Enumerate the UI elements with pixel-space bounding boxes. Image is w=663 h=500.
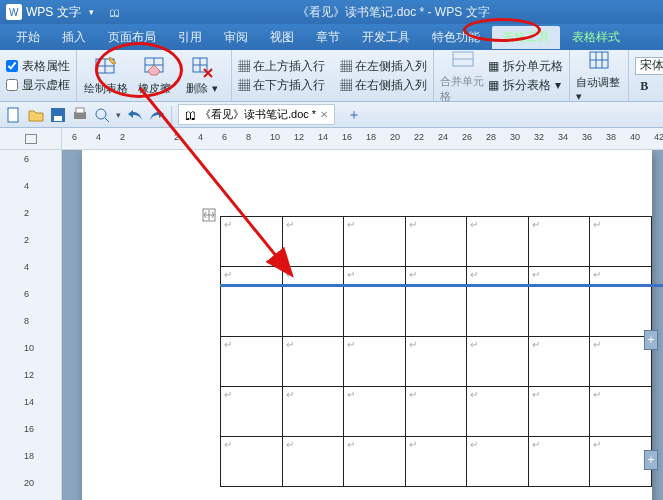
- check-show-grid[interactable]: 显示虚框: [6, 77, 70, 94]
- app-logo: W WPS 文字 ▾: [0, 4, 110, 21]
- table-cell[interactable]: ↵: [221, 337, 283, 387]
- open-icon[interactable]: [28, 107, 44, 123]
- preview-icon[interactable]: [94, 107, 110, 123]
- group-autofit: 自动调整 ▾: [570, 50, 629, 101]
- workspace: 6422468101214161820 ↵↵↵↵↵↵↵↵↵↵↵↵↵↵↵↵↵↵↵↵…: [0, 150, 663, 500]
- ruler-row: 6422468101214161820222426283032343638404…: [0, 128, 663, 150]
- table-cell[interactable]: ↵: [528, 267, 590, 337]
- table-cell[interactable]: ↵: [344, 437, 406, 487]
- vertical-ruler[interactable]: 6422468101214161820: [0, 150, 62, 500]
- table-cell[interactable]: ↵: [528, 437, 590, 487]
- merge-cells-button[interactable]: 合并单元格: [440, 48, 486, 104]
- tab-table-tools[interactable]: 表格工具: [492, 26, 560, 49]
- row-insert-handle[interactable]: +: [644, 330, 658, 350]
- app-menu-chevron-icon[interactable]: ▾: [89, 7, 94, 17]
- split-table-button[interactable]: ▦ 拆分表格 ▾: [488, 77, 563, 94]
- tab-table-style[interactable]: 表格样式: [562, 26, 630, 49]
- table-cell[interactable]: ↵: [528, 387, 590, 437]
- table-cell[interactable]: ↵: [467, 437, 529, 487]
- table-cell[interactable]: ↵: [405, 267, 467, 337]
- autofit-icon: [586, 49, 612, 73]
- tab-ref[interactable]: 引用: [168, 26, 212, 49]
- table-cell[interactable]: ↵: [221, 387, 283, 437]
- table-cell[interactable]: ↵: [282, 387, 344, 437]
- table-cell[interactable]: ↵: [528, 337, 590, 387]
- ribbon: 表格属性 显示虚框 绘制表格 橡皮擦 删除 ▾ ▦ 在上方插入行 ▦ 在左侧插入…: [0, 50, 663, 102]
- tabstop-icon[interactable]: [25, 134, 37, 144]
- row-insert-handle[interactable]: +: [644, 450, 658, 470]
- new-icon[interactable]: [6, 107, 22, 123]
- menu-bar: 开始 插入 页面布局 引用 审阅 视图 章节 开发工具 特色功能 表格工具 表格…: [0, 24, 663, 50]
- table-cell[interactable]: ↵: [344, 337, 406, 387]
- table-cell[interactable]: ↵: [344, 267, 406, 337]
- table-cell[interactable]: ↵: [467, 337, 529, 387]
- qat-chevron-icon[interactable]: ▾: [116, 110, 121, 120]
- app-name: WPS 文字: [26, 4, 81, 21]
- table-cell[interactable]: ↵: [528, 217, 590, 267]
- quick-access-bar: ▾ 🕮 《看见》读书笔记.doc * ✕ ＋: [0, 102, 663, 128]
- table-cell[interactable]: ↵: [405, 437, 467, 487]
- table-row[interactable]: ↵↵↵↵↵↵↵: [221, 337, 652, 387]
- insert-col-left-button[interactable]: ▦ 在左侧插入列: [340, 58, 427, 75]
- group-font: 宋体 五号 B I U A: [629, 50, 663, 101]
- title-bar: W WPS 文字 ▾ 🕮 《看见》读书笔记.doc * - WPS 文字: [0, 0, 663, 24]
- file-flag-icon: 🕮: [110, 7, 120, 18]
- bold-button[interactable]: B: [635, 77, 653, 95]
- table-cell[interactable]: ↵: [282, 337, 344, 387]
- italic-button[interactable]: I: [657, 77, 663, 95]
- tab-layout[interactable]: 页面布局: [98, 26, 166, 49]
- split-cell-button[interactable]: ▦ 拆分单元格: [488, 58, 563, 75]
- annotation-arrow-icon: [130, 78, 310, 288]
- pencil-table-icon: [93, 55, 119, 79]
- insert-col-right-button[interactable]: ▦ 在右侧插入列: [340, 77, 427, 94]
- tab-home[interactable]: 开始: [6, 26, 50, 49]
- table-cell[interactable]: ↵: [590, 437, 652, 487]
- merge-icon: [450, 48, 476, 72]
- tab-view[interactable]: 视图: [260, 26, 304, 49]
- table-row[interactable]: ↵↵↵↵↵↵↵: [221, 387, 652, 437]
- new-tab-button[interactable]: ＋: [341, 106, 367, 124]
- close-tab-icon[interactable]: ✕: [320, 109, 328, 120]
- tab-section[interactable]: 章节: [306, 26, 350, 49]
- table-cell[interactable]: ↵: [405, 337, 467, 387]
- table-cell[interactable]: ↵: [590, 267, 652, 337]
- svg-point-12: [96, 109, 106, 119]
- svg-line-14: [140, 88, 290, 273]
- autofit-button[interactable]: 自动调整 ▾: [576, 49, 622, 103]
- draw-table-button[interactable]: 绘制表格: [83, 55, 129, 96]
- tab-insert[interactable]: 插入: [52, 26, 96, 49]
- table-cell[interactable]: ↵: [590, 387, 652, 437]
- group-table-options: 表格属性 显示虚框: [0, 50, 77, 101]
- table-row[interactable]: ↵↵↵↵↵↵↵: [221, 437, 652, 487]
- save-icon[interactable]: [50, 107, 66, 123]
- check-table-props[interactable]: 表格属性: [6, 58, 70, 75]
- table-cell[interactable]: ↵: [282, 437, 344, 487]
- tab-dev[interactable]: 开发工具: [352, 26, 420, 49]
- table-cell[interactable]: ↵: [221, 437, 283, 487]
- tab-special[interactable]: 特色功能: [422, 26, 490, 49]
- eraser-icon: [141, 55, 167, 79]
- table-cell[interactable]: ↵: [590, 337, 652, 387]
- delete-table-icon: [189, 55, 215, 79]
- table-cell[interactable]: ↵: [405, 217, 467, 267]
- table-cell[interactable]: ↵: [405, 387, 467, 437]
- table-cell[interactable]: ↵: [590, 217, 652, 267]
- table-cell[interactable]: ↵: [344, 387, 406, 437]
- tab-review[interactable]: 审阅: [214, 26, 258, 49]
- font-family-select[interactable]: 宋体: [635, 57, 663, 75]
- group-merge: 合并单元格 ▦ 拆分单元格 ▦ 拆分表格 ▾: [434, 50, 570, 101]
- ruler-corner: [0, 128, 62, 150]
- table-cell[interactable]: ↵: [467, 387, 529, 437]
- table-cell[interactable]: ↵: [344, 217, 406, 267]
- insert-row-above-button[interactable]: ▦ 在上方插入行: [238, 58, 325, 75]
- print-icon[interactable]: [72, 107, 88, 123]
- table-cell[interactable]: ↵: [467, 217, 529, 267]
- svg-rect-9: [54, 116, 62, 121]
- table-cell[interactable]: ↵: [467, 267, 529, 337]
- svg-rect-11: [76, 108, 84, 113]
- wps-icon: W: [6, 4, 22, 20]
- svg-text:W: W: [9, 7, 19, 18]
- window-caption: 《看见》读书笔记.doc * - WPS 文字: [124, 4, 663, 21]
- svg-rect-7: [8, 108, 18, 122]
